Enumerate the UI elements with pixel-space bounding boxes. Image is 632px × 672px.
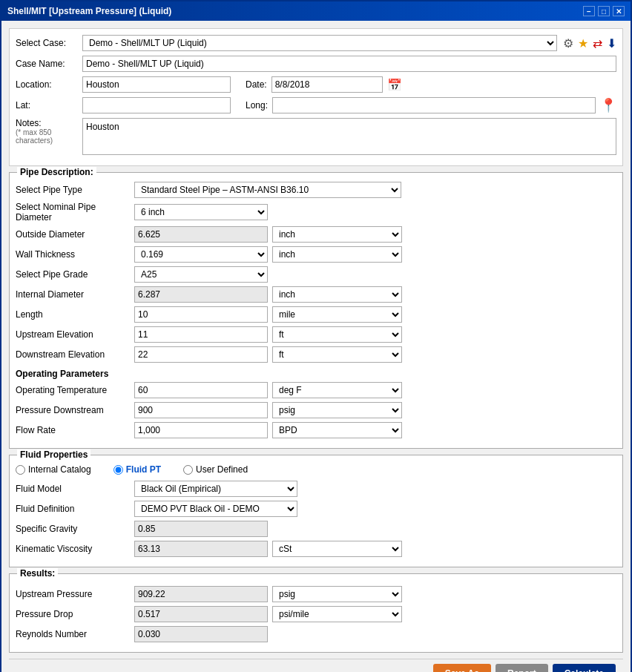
results-section: Results: Upstream Pressure psigpsiakPa P…: [9, 573, 623, 653]
downstream-elevation-input[interactable]: [134, 346, 268, 363]
upstream-pressure-unit[interactable]: psigpsiakPa: [272, 586, 402, 602]
upstream-elevation-unit[interactable]: ftm: [272, 326, 402, 343]
long-input[interactable]: [272, 97, 596, 113]
wall-thickness-unit[interactable]: inchmm: [272, 246, 402, 263]
pipe-section-title: Pipe Description:: [17, 167, 96, 177]
flow-rate-row: Flow Rate BPDm3/dgpm: [16, 422, 616, 438]
outside-diameter-row: Outside Diameter inchmmcm: [16, 226, 616, 243]
reynolds-number-label: Reynolds Number: [16, 629, 134, 639]
reynolds-number-row: Reynolds Number: [16, 626, 616, 642]
operating-params-group: Operating Parameters Operating Temperatu…: [16, 369, 616, 438]
case-name-input[interactable]: [82, 56, 616, 72]
reynolds-number-value: [134, 626, 268, 642]
operating-params-title: Operating Parameters: [16, 369, 616, 379]
nominal-diameter-row: Select Nominal Pipe Diameter 6 inch: [16, 202, 616, 223]
internal-diameter-row: Internal Diameter inchmmcm: [16, 286, 616, 303]
outside-diameter-label: Outside Diameter: [16, 229, 134, 240]
pressure-drop-value: [134, 606, 268, 622]
long-label: Long:: [246, 100, 268, 111]
bottom-action-bar: Save As Report Calculate: [9, 659, 623, 672]
download-icon[interactable]: ⬇: [607, 36, 616, 50]
wall-thickness-label: Wall Thickness: [16, 249, 134, 260]
notes-hint: (* max 850 characters): [16, 128, 82, 145]
flow-rate-unit[interactable]: BPDm3/dgpm: [272, 422, 402, 438]
pressure-downstream-unit[interactable]: psigpsiakPabar: [272, 402, 402, 418]
action-icons: ⚙ ★ ⇄ ⬇: [563, 36, 616, 50]
case-form-section: Select Case: Demo - Shell/MLT UP (Liquid…: [9, 28, 623, 166]
temperature-label: Operating Temperature: [16, 385, 134, 395]
kinematic-viscosity-unit[interactable]: cStcp: [272, 541, 402, 557]
upstream-elevation-input[interactable]: [134, 326, 268, 343]
fluid-definition-label: Fluid Definition: [16, 504, 134, 514]
pipe-type-select[interactable]: Standard Steel Pipe – ASTM-ANSI B36.10: [134, 182, 401, 198]
fluid-model-label: Fluid Model: [16, 484, 134, 494]
radio-internal-label: Internal Catalog: [28, 464, 91, 475]
fluid-definition-select[interactable]: DEMO PVT Black Oil - DEMO: [134, 501, 297, 517]
lat-input[interactable]: [82, 97, 231, 113]
fluid-section-title: Fluid Properties: [17, 449, 90, 460]
specific-gravity-row: Specific Gravity: [16, 521, 616, 537]
nominal-diameter-select[interactable]: 6 inch: [134, 204, 268, 220]
fluid-definition-row: Fluid Definition DEMO PVT Black Oil - DE…: [16, 501, 616, 517]
radio-fluid-pt[interactable]: Fluid PT: [113, 464, 161, 475]
wall-thickness-select[interactable]: 0.169: [134, 246, 268, 263]
location-label: Location:: [16, 79, 82, 90]
length-input[interactable]: [134, 306, 268, 323]
pipe-description-section: Pipe Description: Select Pipe Type Stand…: [9, 172, 623, 449]
report-button[interactable]: Report: [496, 664, 548, 672]
title-bar: Shell/MIT [Upstream Pressure] (Liquid) −…: [1, 1, 631, 21]
outside-diameter-unit[interactable]: inchmmcm: [272, 226, 402, 243]
fluid-model-select[interactable]: Black Oil (Empirical): [134, 481, 297, 497]
share-icon[interactable]: ⇄: [593, 36, 602, 50]
pipe-grade-select[interactable]: A25: [134, 266, 268, 283]
pressure-drop-label: Pressure Drop: [16, 609, 134, 619]
pipe-type-label: Select Pipe Type: [16, 185, 134, 195]
downstream-elevation-label: Downstream Elevation: [16, 349, 134, 360]
pressure-drop-unit[interactable]: psi/milekPa/km: [272, 606, 402, 622]
radio-fluid-pt-label: Fluid PT: [126, 464, 161, 475]
notes-textarea[interactable]: Houston: [82, 118, 616, 155]
case-name-label: Case Name:: [16, 59, 82, 69]
pipe-section-content: Select Pipe Type Standard Steel Pipe – A…: [16, 179, 616, 438]
calendar-icon[interactable]: 📅: [387, 78, 402, 92]
upstream-elevation-row: Upstream Elevation ftm: [16, 326, 616, 343]
date-input[interactable]: [271, 76, 383, 93]
pressure-downstream-input[interactable]: [134, 402, 268, 418]
radio-internal-catalog[interactable]: Internal Catalog: [16, 464, 91, 475]
outside-diameter-input: [134, 226, 268, 243]
wall-thickness-row: Wall Thickness 0.169 inchmm: [16, 246, 616, 263]
nominal-diameter-label: Select Nominal Pipe Diameter: [16, 202, 134, 223]
flow-rate-input[interactable]: [134, 422, 268, 438]
calculate-button[interactable]: Calculate: [553, 664, 616, 672]
close-button[interactable]: ✕: [613, 6, 625, 16]
pipe-type-row: Select Pipe Type Standard Steel Pipe – A…: [16, 182, 616, 198]
fluid-model-row: Fluid Model Black Oil (Empirical): [16, 481, 616, 497]
maximize-button[interactable]: □: [598, 6, 610, 16]
save-as-button[interactable]: Save As: [433, 664, 491, 672]
fluid-radio-row: Internal Catalog Fluid PT User Defined: [16, 461, 616, 475]
temperature-row: Operating Temperature deg Fdeg C: [16, 382, 616, 398]
temperature-input[interactable]: [134, 382, 268, 398]
length-row: Length milekmft: [16, 306, 616, 323]
minimize-button[interactable]: −: [583, 6, 595, 16]
pipe-grade-row: Select Pipe Grade A25: [16, 266, 616, 283]
date-row: 📅: [271, 76, 402, 93]
radio-user-defined-label: User Defined: [196, 464, 248, 475]
lat-long-row: Lat: Long: 📍: [16, 97, 616, 113]
lat-label: Lat:: [16, 100, 82, 111]
kinematic-viscosity-input: [134, 541, 268, 557]
upstream-pressure-row: Upstream Pressure psigpsiakPa: [16, 586, 616, 602]
select-case-dropdown[interactable]: Demo - Shell/MLT UP (Liquid): [82, 35, 557, 51]
radio-user-defined[interactable]: User Defined: [183, 464, 248, 475]
temperature-unit[interactable]: deg Fdeg C: [272, 382, 402, 398]
downstream-elevation-unit[interactable]: ftm: [272, 346, 402, 363]
gear-icon[interactable]: ⚙: [563, 36, 573, 50]
fluid-properties-section: Fluid Properties Internal Catalog Fluid …: [9, 455, 623, 567]
length-unit[interactable]: milekmft: [272, 306, 402, 323]
notes-label: Notes:: [16, 118, 82, 128]
main-window: Shell/MIT [Upstream Pressure] (Liquid) −…: [0, 0, 632, 672]
location-input[interactable]: [82, 76, 231, 93]
star-icon[interactable]: ★: [578, 36, 588, 50]
internal-diameter-unit[interactable]: inchmmcm: [272, 286, 402, 303]
map-pin-icon[interactable]: 📍: [600, 97, 616, 113]
